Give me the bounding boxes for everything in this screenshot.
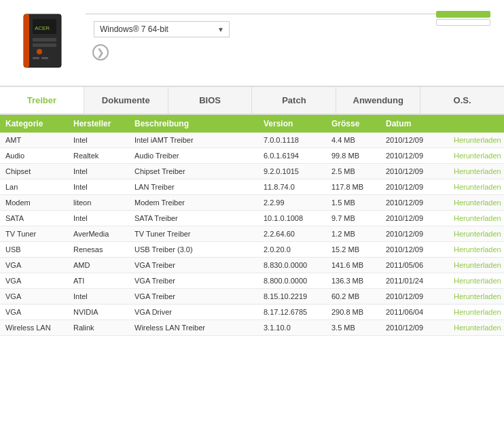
version-cell: 8.800.0.0000 [258,273,326,288]
table-header-4: Grösse [326,115,380,133]
download-link[interactable]: Herunterladen [454,152,501,160]
download-cell[interactable]: Herunterladen [448,133,503,148]
download-cell[interactable]: Herunterladen [448,273,503,288]
download-link[interactable]: Herunterladen [454,136,501,144]
table-header-6 [448,115,503,133]
aktuellste-button[interactable] [436,11,490,18]
beschreibung-cell: Chipset Treiber [129,164,258,179]
alle-button[interactable] [436,19,490,26]
table-row: ChipsetIntelChipset Treiber9.2.0.10152.5… [0,164,504,179]
kategorie-cell: TV Tuner [0,226,68,241]
svg-rect-1 [24,14,29,67]
hersteller-cell: liteon [68,195,129,210]
header-section: ACER Windows® 7 64-bit Windows® 7 32-bit… [0,0,504,79]
table-row: VGAATIVGA Treiber8.800.0.0000136.3 MB201… [0,273,504,289]
table-row: VGANVIDIAVGA Driver8.17.12.6785290.8 MB2… [0,305,504,320]
table-header-0: Kategorie [0,115,68,133]
version-cell: 8.17.12.6785 [258,305,326,319]
download-cell[interactable]: Herunterladen [448,242,503,257]
table-header-2: Beschreibung [129,115,258,133]
download-link[interactable]: Herunterladen [454,230,501,238]
beschreibung-cell: TV Tuner Treiber [129,226,258,241]
groesse-cell: 15.2 MB [326,242,380,257]
kategorie-cell: VGA [0,305,68,319]
table-section: KategorieHerstellerBeschreibungVersionGr… [0,115,504,336]
download-link[interactable]: Herunterladen [454,214,501,222]
kategorie-cell: VGA [0,289,68,304]
tab-anwendung[interactable]: Anwendung [336,87,420,114]
svg-text:ACER: ACER [35,25,50,31]
datum-cell: 2011/06/04 [380,305,448,319]
table-row: VGAIntelVGA Treiber8.15.10.221960.2 MB20… [0,289,504,305]
tab-o.s.[interactable]: O.S. [420,87,504,114]
version-cell: 6.0.1.6194 [258,148,326,163]
table-row: ModemliteonModem Treiber2.2.991.5 MB2010… [0,195,504,211]
download-link[interactable]: Herunterladen [454,245,501,254]
download-link[interactable]: Herunterladen [454,167,501,175]
datum-cell: 2010/12/09 [380,289,448,304]
table-row: TV TunerAverMediaTV Tuner Treiber2.2.64.… [0,226,504,242]
kategorie-cell: USB [0,242,68,257]
groesse-cell: 141.6 MB [326,258,380,273]
svg-point-5 [37,49,42,54]
tab-treiber[interactable]: Treiber [0,87,84,114]
download-cell[interactable]: Herunterladen [448,164,503,179]
kategorie-cell: Chipset [0,164,68,179]
os-select[interactable]: Windows® 7 64-bit Windows® 7 32-bit Wind… [94,21,230,37]
os-select-wrapper[interactable]: Windows® 7 64-bit Windows® 7 32-bit Wind… [94,21,230,37]
table-header-1: Hersteller [68,115,129,133]
table-row: SATAIntelSATA Treiber10.1.0.10089.7 MB20… [0,211,504,226]
download-link[interactable]: Herunterladen [454,183,501,191]
tabs-section: TreiberDokumenteBIOSPatchAnwendungO.S. [0,86,504,115]
product-image: ACER [14,11,75,72]
download-link[interactable]: Herunterladen [454,198,501,207]
datum-cell: 2010/12/09 [380,195,448,210]
beschreibung-cell: Modem Treiber [129,195,258,210]
download-cell[interactable]: Herunterladen [448,258,503,273]
beschreibung-cell: Wireless LAN Treiber [129,320,258,335]
beschreibung-cell: SATA Treiber [129,211,258,226]
download-link[interactable]: Herunterladen [454,324,501,332]
download-cell[interactable]: Herunterladen [448,305,503,319]
hersteller-cell: ATI [68,273,129,288]
version-cell: 2.2.64.60 [258,226,326,241]
hersteller-cell: Intel [68,164,129,179]
table-row: LanIntelLAN Treiber11.8.74.0117.8 MB2010… [0,179,504,195]
datum-cell: 2010/12/09 [380,164,448,179]
tab-bios[interactable]: BIOS [168,87,253,114]
hersteller-cell: Renesas [68,242,129,257]
download-cell[interactable]: Herunterladen [448,211,503,226]
download-cell[interactable]: Herunterladen [448,179,503,194]
groesse-cell: 3.5 MB [326,320,380,335]
kategorie-cell: SATA [0,211,68,226]
version-cell: 10.1.0.1008 [258,211,326,226]
table-row: USBRenesasUSB Treiber (3.0)2.0.20.015.2 … [0,242,504,258]
datum-cell: 2011/01/24 [380,273,448,288]
download-cell[interactable]: Herunterladen [448,195,503,210]
download-link[interactable]: Herunterladen [454,308,501,316]
datum-cell: 2010/12/09 [380,211,448,226]
tab-dokumente[interactable]: Dokumente [84,87,168,114]
beschreibung-cell: VGA Treiber [129,289,258,304]
hersteller-cell: Intel [68,289,129,304]
beschreibung-cell: VGA Treiber [129,273,258,288]
download-link[interactable]: Herunterladen [454,261,501,269]
datum-cell: 2011/05/06 [380,258,448,273]
kategorie-cell: Wireless LAN [0,320,68,335]
top-buttons [436,11,490,26]
hersteller-cell: Intel [68,133,129,148]
datum-cell: 2010/12/09 [380,148,448,163]
detect-arrow-button[interactable]: ❯ [92,44,109,60]
detect-row: ❯ [86,44,490,60]
download-cell[interactable]: Herunterladen [448,320,503,335]
download-link[interactable]: Herunterladen [454,292,501,300]
tab-patch[interactable]: Patch [252,87,336,114]
version-cell: 3.1.10.0 [258,320,326,335]
download-cell[interactable]: Herunterladen [448,226,503,241]
download-link[interactable]: Herunterladen [454,277,501,285]
os-row: Windows® 7 64-bit Windows® 7 32-bit Wind… [86,21,490,37]
table-row: AudioRealtekAudio Treiber6.0.1.619499.8 … [0,148,504,164]
download-cell[interactable]: Herunterladen [448,148,503,163]
download-cell[interactable]: Herunterladen [448,289,503,304]
kategorie-cell: AMT [0,133,68,148]
